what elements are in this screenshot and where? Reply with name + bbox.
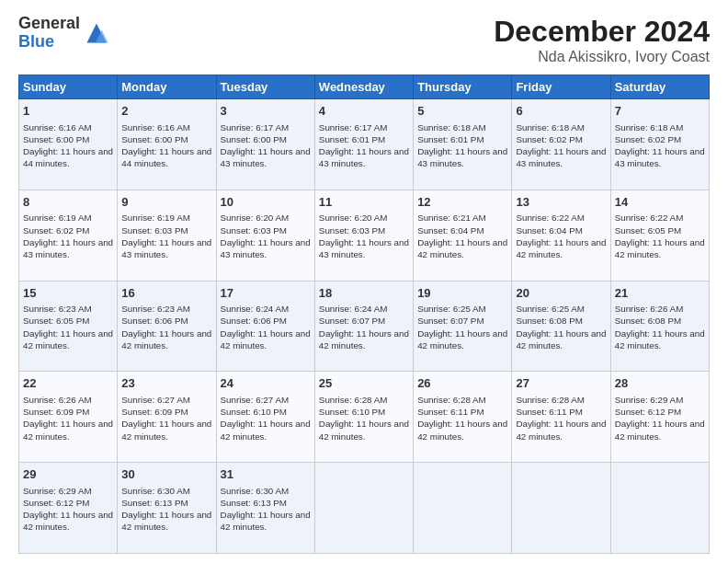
day-info: Sunrise: 6:23 AM Sunset: 6:05 PM Dayligh…	[23, 303, 113, 351]
calendar-cell: 5Sunrise: 6:18 AM Sunset: 6:01 PM Daylig…	[414, 99, 512, 190]
day-number: 21	[615, 285, 705, 302]
day-info: Sunrise: 6:26 AM Sunset: 6:08 PM Dayligh…	[615, 303, 705, 351]
day-info: Sunrise: 6:16 AM Sunset: 6:00 PM Dayligh…	[121, 121, 211, 170]
calendar-cell: 21Sunrise: 6:26 AM Sunset: 6:08 PM Dayli…	[610, 281, 709, 372]
calendar-cell: 18Sunrise: 6:24 AM Sunset: 6:07 PM Dayli…	[314, 281, 413, 372]
day-info: Sunrise: 6:30 AM Sunset: 6:13 PM Dayligh…	[121, 485, 211, 534]
calendar-cell: 4Sunrise: 6:17 AM Sunset: 6:01 PM Daylig…	[314, 99, 413, 190]
day-info: Sunrise: 6:19 AM Sunset: 6:02 PM Dayligh…	[23, 212, 113, 260]
calendar-cell: 13Sunrise: 6:22 AM Sunset: 6:04 PM Dayli…	[512, 190, 610, 281]
header-saturday: Saturday	[610, 75, 709, 99]
calendar-cell: 12Sunrise: 6:21 AM Sunset: 6:04 PM Dayli…	[414, 190, 512, 281]
day-number: 20	[516, 285, 606, 302]
day-info: Sunrise: 6:17 AM Sunset: 6:00 PM Dayligh…	[221, 121, 311, 170]
calendar-cell: 8Sunrise: 6:19 AM Sunset: 6:02 PM Daylig…	[19, 190, 118, 281]
logo: General Blue	[18, 15, 109, 52]
calendar-cell: 3Sunrise: 6:17 AM Sunset: 6:00 PM Daylig…	[216, 99, 314, 190]
header-tuesday: Tuesday	[216, 75, 314, 99]
day-number: 18	[319, 285, 409, 302]
calendar-cell: 7Sunrise: 6:18 AM Sunset: 6:02 PM Daylig…	[610, 99, 709, 190]
day-number: 29	[23, 466, 113, 483]
calendar-cell	[314, 463, 413, 554]
title-block: December 2024 Nda Akissikro, Ivory Coast	[494, 15, 710, 65]
day-number: 10	[221, 194, 311, 211]
day-info: Sunrise: 6:28 AM Sunset: 6:11 PM Dayligh…	[417, 394, 507, 442]
day-info: Sunrise: 6:24 AM Sunset: 6:06 PM Dayligh…	[221, 303, 311, 351]
day-number: 28	[615, 375, 705, 392]
page: General Blue December 2024 Nda Akissikro…	[0, 0, 728, 563]
day-number: 12	[417, 194, 507, 211]
calendar-cell: 15Sunrise: 6:23 AM Sunset: 6:05 PM Dayli…	[19, 281, 118, 372]
day-info: Sunrise: 6:19 AM Sunset: 6:03 PM Dayligh…	[121, 212, 211, 260]
calendar-cell: 11Sunrise: 6:20 AM Sunset: 6:03 PM Dayli…	[314, 190, 413, 281]
logo-icon	[84, 20, 109, 46]
day-info: Sunrise: 6:28 AM Sunset: 6:10 PM Dayligh…	[319, 394, 409, 442]
day-number: 3	[221, 103, 311, 120]
logo-blue: Blue	[18, 32, 54, 51]
calendar-cell	[414, 463, 512, 554]
day-number: 17	[221, 285, 311, 302]
calendar-cell: 20Sunrise: 6:25 AM Sunset: 6:08 PM Dayli…	[512, 281, 610, 372]
day-number: 23	[121, 375, 211, 392]
day-number: 31	[221, 466, 311, 483]
day-number: 24	[221, 375, 311, 392]
calendar-cell: 24Sunrise: 6:27 AM Sunset: 6:10 PM Dayli…	[216, 372, 314, 463]
week-row-2: 8Sunrise: 6:19 AM Sunset: 6:02 PM Daylig…	[19, 190, 710, 281]
calendar-cell: 6Sunrise: 6:18 AM Sunset: 6:02 PM Daylig…	[512, 99, 610, 190]
calendar-cell: 29Sunrise: 6:29 AM Sunset: 6:12 PM Dayli…	[19, 463, 118, 554]
week-row-3: 15Sunrise: 6:23 AM Sunset: 6:05 PM Dayli…	[19, 281, 710, 372]
calendar-cell: 10Sunrise: 6:20 AM Sunset: 6:03 PM Dayli…	[216, 190, 314, 281]
day-number: 11	[319, 194, 409, 211]
day-number: 1	[23, 103, 113, 120]
day-info: Sunrise: 6:21 AM Sunset: 6:04 PM Dayligh…	[417, 212, 507, 260]
day-info: Sunrise: 6:20 AM Sunset: 6:03 PM Dayligh…	[221, 212, 311, 260]
day-info: Sunrise: 6:27 AM Sunset: 6:09 PM Dayligh…	[121, 394, 211, 442]
header: General Blue December 2024 Nda Akissikro…	[18, 15, 710, 65]
calendar-cell: 2Sunrise: 6:16 AM Sunset: 6:00 PM Daylig…	[118, 99, 216, 190]
calendar-cell: 26Sunrise: 6:28 AM Sunset: 6:11 PM Dayli…	[414, 372, 512, 463]
page-title: December 2024	[494, 15, 710, 49]
day-number: 30	[121, 466, 211, 483]
day-number: 14	[615, 194, 705, 211]
day-number: 15	[23, 285, 113, 302]
day-info: Sunrise: 6:29 AM Sunset: 6:12 PM Dayligh…	[23, 485, 113, 534]
day-number: 27	[516, 375, 606, 392]
calendar-cell: 23Sunrise: 6:27 AM Sunset: 6:09 PM Dayli…	[118, 372, 216, 463]
calendar-cell: 28Sunrise: 6:29 AM Sunset: 6:12 PM Dayli…	[610, 372, 709, 463]
calendar-cell: 22Sunrise: 6:26 AM Sunset: 6:09 PM Dayli…	[19, 372, 118, 463]
calendar-cell: 27Sunrise: 6:28 AM Sunset: 6:11 PM Dayli…	[512, 372, 610, 463]
calendar-cell	[610, 463, 709, 554]
day-info: Sunrise: 6:16 AM Sunset: 6:00 PM Dayligh…	[23, 121, 113, 170]
calendar-table: SundayMondayTuesdayWednesdayThursdayFrid…	[18, 75, 710, 554]
day-number: 26	[417, 375, 507, 392]
day-number: 6	[516, 103, 606, 120]
day-number: 19	[417, 285, 507, 302]
day-info: Sunrise: 6:30 AM Sunset: 6:13 PM Dayligh…	[221, 485, 311, 534]
day-number: 16	[121, 285, 211, 302]
day-info: Sunrise: 6:25 AM Sunset: 6:07 PM Dayligh…	[417, 303, 507, 351]
header-wednesday: Wednesday	[314, 75, 413, 99]
week-row-4: 22Sunrise: 6:26 AM Sunset: 6:09 PM Dayli…	[19, 372, 710, 463]
calendar-cell: 30Sunrise: 6:30 AM Sunset: 6:13 PM Dayli…	[118, 463, 216, 554]
calendar-cell: 14Sunrise: 6:22 AM Sunset: 6:05 PM Dayli…	[610, 190, 709, 281]
calendar-cell: 19Sunrise: 6:25 AM Sunset: 6:07 PM Dayli…	[414, 281, 512, 372]
calendar-header-row: SundayMondayTuesdayWednesdayThursdayFrid…	[19, 75, 710, 99]
day-number: 13	[516, 194, 606, 211]
day-number: 4	[319, 103, 409, 120]
day-number: 5	[417, 103, 507, 120]
day-info: Sunrise: 6:26 AM Sunset: 6:09 PM Dayligh…	[23, 394, 113, 442]
calendar-cell: 25Sunrise: 6:28 AM Sunset: 6:10 PM Dayli…	[314, 372, 413, 463]
calendar-cell: 17Sunrise: 6:24 AM Sunset: 6:06 PM Dayli…	[216, 281, 314, 372]
calendar-cell: 1Sunrise: 6:16 AM Sunset: 6:00 PM Daylig…	[19, 99, 118, 190]
header-monday: Monday	[118, 75, 216, 99]
day-info: Sunrise: 6:22 AM Sunset: 6:04 PM Dayligh…	[516, 212, 606, 260]
day-number: 25	[319, 375, 409, 392]
week-row-1: 1Sunrise: 6:16 AM Sunset: 6:00 PM Daylig…	[19, 99, 710, 190]
day-info: Sunrise: 6:17 AM Sunset: 6:01 PM Dayligh…	[319, 121, 409, 170]
day-info: Sunrise: 6:28 AM Sunset: 6:11 PM Dayligh…	[516, 394, 606, 442]
logo-general: General	[18, 14, 80, 32]
week-row-5: 29Sunrise: 6:29 AM Sunset: 6:12 PM Dayli…	[19, 463, 710, 554]
day-number: 2	[121, 103, 211, 120]
day-info: Sunrise: 6:23 AM Sunset: 6:06 PM Dayligh…	[121, 303, 211, 351]
calendar-cell: 31Sunrise: 6:30 AM Sunset: 6:13 PM Dayli…	[216, 463, 314, 554]
